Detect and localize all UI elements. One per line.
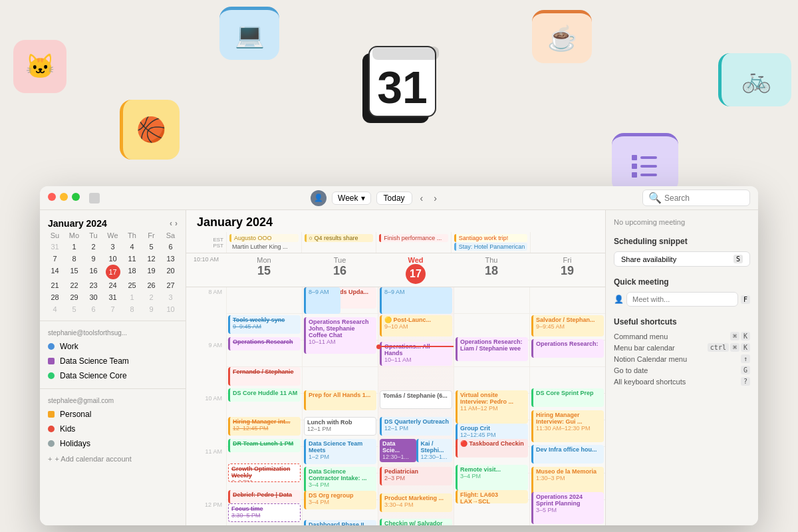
avatar-button[interactable]: 👤	[311, 190, 327, 206]
mini-cal-cell[interactable]: 3	[161, 291, 180, 303]
mini-cal-cell[interactable]: 8	[122, 303, 142, 315]
mini-cal-cell[interactable]: 31	[45, 241, 65, 253]
sidebar-toggle[interactable]	[89, 193, 100, 203]
event-hiring-gui[interactable]: Hiring Manager Interview: Gui ... 11:30 …	[531, 410, 604, 442]
event-tools-weekly[interactable]: Tools weekly sync 9–9:45 AM	[228, 315, 301, 334]
mini-cal-cell[interactable]: 18	[122, 265, 142, 279]
minimize-button[interactable]	[60, 193, 68, 201]
event-post-launch[interactable]: 🟡 Post-Launc... 9–10 AM	[380, 315, 452, 336]
calendar-item-work[interactable]: Work	[45, 339, 180, 354]
mini-cal-cell[interactable]: 15	[65, 265, 84, 279]
event-ops-research-tue[interactable]: Operations Research John, Stephanie Coff…	[304, 317, 376, 354]
mini-cal-cell[interactable]: 31	[103, 291, 122, 303]
all-day-event-mlk[interactable]: Martin Luther King ...	[229, 243, 299, 251]
search-input[interactable]	[664, 194, 744, 203]
mini-cal-cell[interactable]: 30	[84, 291, 103, 303]
all-day-event-hotel[interactable]: Stay: Hotel Panamerican	[454, 243, 528, 251]
mini-cal-cell[interactable]: 12	[142, 253, 161, 265]
all-day-event-q4[interactable]: ○ Q4 results share	[305, 234, 374, 242]
event-dr-team-lunch[interactable]: DR Team Lunch 1 PM	[228, 439, 301, 452]
event-ds-contractor[interactable]: Data Science Contractor Intake: ... 3–4 …	[304, 467, 376, 492]
mini-cal-cell[interactable]: 21	[45, 279, 65, 291]
event-debrief-pedro[interactable]: Debrief: Pedro | Data	[228, 490, 301, 503]
event-checkin-salvador[interactable]: Checkin w/ Salvador 4...	[380, 519, 452, 525]
event-taskboard[interactable]: 🔴 Taskboard Checkin	[456, 439, 528, 458]
mini-cal-cell[interactable]: 4	[45, 303, 65, 315]
mini-cal-next[interactable]: ›	[175, 219, 178, 228]
event-datasci-block[interactable]: Data Scie... 12:30–1...	[380, 439, 416, 462]
event-focus-time[interactable]: Focus time 3:30–5 PM	[228, 503, 301, 522]
event-ds-quarterly[interactable]: DS Quarterly Outreach 12–1 PM	[380, 417, 452, 436]
event-flight[interactable]: Flight: LA603 LAX→SCL 3 PM	[456, 490, 528, 503]
mini-cal-cell[interactable]: 28	[45, 291, 65, 303]
maximize-button[interactable]	[72, 193, 80, 201]
mini-cal-cell[interactable]: 10	[103, 253, 122, 265]
event-prep-all-hands[interactable]: Prep for All Hands 1...	[304, 390, 376, 410]
mini-cal-cell[interactable]: 9	[142, 303, 161, 315]
event-ops-research-mon[interactable]: Operations Research	[228, 337, 301, 350]
mini-cal-cell[interactable]: 6	[161, 241, 180, 253]
mini-cal-cell[interactable]: 14	[45, 265, 65, 279]
add-calendar-button[interactable]: + + Add calendar account	[40, 451, 186, 467]
mini-cal-cell[interactable]: 11	[122, 253, 142, 265]
mini-cal-cell[interactable]: 3	[103, 241, 122, 253]
mini-cal-cell[interactable]: 4	[122, 241, 142, 253]
mini-cal-cell[interactable]: 16	[84, 265, 103, 279]
event-salvador-fri[interactable]: Salvador / Stephan... 9–9:45 AM	[531, 315, 604, 336]
calendar-item-holidays[interactable]: Holidays	[45, 436, 180, 451]
event-virtual-onsite[interactable]: Virtual onsite Interview: Pedro ... 11 A…	[456, 390, 528, 424]
event-lunch-rob[interactable]: Lunch with Rob 12–1 PM	[304, 417, 376, 436]
share-availability-button[interactable]: Share availability S	[614, 251, 750, 267]
mini-cal-cell[interactable]: 2	[142, 291, 161, 303]
event-ops-research-thu[interactable]: Operations Research: Liam / Stephanie we…	[456, 337, 528, 361]
event-fernando[interactable]: Fernando / Stephanie	[228, 367, 301, 386]
mini-cal-today-cell[interactable]: 17	[106, 265, 120, 279]
event-dev-infra[interactable]: Dev Infra office hou...	[531, 445, 604, 464]
calendar-item-datascience[interactable]: Data Science Team	[45, 354, 180, 368]
mini-cal-cell[interactable]: 10	[161, 303, 180, 315]
calendar-item-kids[interactable]: Kids	[45, 422, 180, 436]
mini-cal-cell[interactable]: 2	[84, 241, 103, 253]
mini-cal-cell[interactable]: 26	[142, 279, 161, 291]
event-kai[interactable]: Kai / Stephi... 12:30–1...	[416, 439, 453, 462]
mini-cal-cell[interactable]: 5	[65, 303, 84, 315]
event-ds-core-huddle[interactable]: DS Core Huddle 11 AM	[228, 388, 301, 402]
calendar-item-personal[interactable]: Personal	[45, 407, 180, 422]
mini-cal-cell[interactable]: 22	[65, 279, 84, 291]
mini-cal-cell[interactable]: 20	[161, 265, 180, 279]
event-ds-org[interactable]: DS Org regroup 3–4 PM	[304, 491, 376, 509]
event-pediatrician[interactable]: Pediatrician 2–3 PM	[380, 467, 452, 485]
mini-cal-cell[interactable]: 6	[84, 303, 103, 315]
mini-cal-cell[interactable]: 9	[84, 253, 103, 265]
mini-cal-cell[interactable]: 7	[103, 303, 122, 315]
event-ops-sprint[interactable]: Operations 2024 Sprint Planning 3–5 PM	[531, 492, 604, 524]
meet-input[interactable]	[626, 292, 738, 307]
mini-cal-cell[interactable]: 29	[65, 291, 84, 303]
next-button[interactable]: ›	[431, 192, 440, 205]
mini-cal-cell[interactable]: 25	[122, 279, 142, 291]
event-ds-sprint[interactable]: DS Core Sprint Prep	[531, 388, 604, 407]
mini-cal-cell[interactable]: 27	[161, 279, 180, 291]
event-remote-visit[interactable]: Remote visit... 3–4 PM	[456, 465, 528, 490]
event-product-marketing[interactable]: Product Marketing ... 3:30–4 PM	[380, 493, 452, 512]
event-dashboard[interactable]: Dashboard Phase II ... 4–4:45 PM	[304, 520, 376, 525]
event-ds-team-meets[interactable]: Data Science Team Meets 1–2 PM	[304, 439, 376, 464]
mini-cal-cell[interactable]: 23	[84, 279, 103, 291]
mini-cal-cell[interactable]: 7	[45, 253, 65, 265]
prev-button[interactable]: ‹	[418, 192, 426, 205]
mini-cal-cell[interactable]: 1	[122, 291, 142, 303]
close-button[interactable]	[48, 193, 56, 201]
mini-cal-cell[interactable]: 8	[65, 253, 84, 265]
view-selector[interactable]: Week ▾	[332, 192, 370, 205]
event-tue-blue[interactable]: 8–9 AM	[304, 287, 340, 314]
mini-cal-cell[interactable]: 1	[65, 241, 84, 253]
mini-cal-prev[interactable]: ‹	[170, 219, 172, 228]
all-day-event-santiago[interactable]: Santiago work trip!	[454, 234, 528, 242]
all-day-event-finish[interactable]: Finish performance ...	[379, 234, 448, 242]
calendar-item-datasciencecore[interactable]: Data Science Core	[45, 368, 180, 383]
mini-cal-cell[interactable]: 24	[103, 279, 122, 291]
mini-cal-cell[interactable]: 5	[142, 241, 161, 253]
event-hiring-manager-mon[interactable]: Hiring Manager int... 12–12:45 PM	[228, 417, 301, 436]
event-growth-opt[interactable]: Growth Optimization Weekly 2–3 PM	[228, 464, 301, 482]
mini-cal-cell[interactable]: 13	[161, 253, 180, 265]
